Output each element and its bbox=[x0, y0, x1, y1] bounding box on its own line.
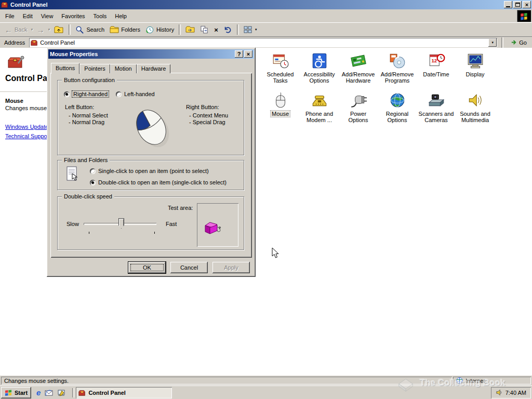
forward-button[interactable]: → bbox=[34, 23, 47, 36]
scheduled-tasks-icon bbox=[272, 52, 289, 70]
windows-update-link[interactable]: Windows Update bbox=[5, 124, 48, 130]
undo-button[interactable] bbox=[221, 23, 235, 36]
double-click-speed-group: Double-click speed Test area: Slow Fast bbox=[57, 196, 244, 250]
search-button[interactable]: Search bbox=[73, 23, 107, 36]
clock[interactable]: 7:40 AM bbox=[506, 390, 526, 396]
back-button[interactable]: ← Back bbox=[2, 23, 30, 36]
go-button[interactable]: Go bbox=[508, 37, 530, 48]
group-legend: Double-click speed bbox=[62, 193, 114, 200]
phone-modem-icon bbox=[311, 91, 328, 109]
sounds-multimedia-icon bbox=[467, 91, 484, 109]
show-desktop-icon[interactable] bbox=[57, 389, 65, 396]
dialog-tabs: Buttons Pointers Motion Hardware bbox=[51, 63, 170, 74]
item-accessibility-options[interactable]: Accessibility Options bbox=[300, 51, 339, 90]
window-titlebar[interactable]: Control Panel × bbox=[0, 0, 532, 9]
right-handed-radio[interactable]: Right-handed bbox=[64, 91, 109, 97]
group-legend: Files and Folders bbox=[62, 157, 110, 163]
move-to-button[interactable] bbox=[183, 23, 197, 36]
item-add-remove-programs[interactable]: Add/Remove Programs bbox=[378, 51, 417, 90]
apply-button[interactable]: Apply bbox=[212, 262, 250, 273]
volume-icon[interactable] bbox=[496, 389, 502, 396]
dialog-titlebar[interactable]: Mouse Properties ? × bbox=[48, 49, 254, 59]
views-icon bbox=[244, 26, 252, 33]
menu-edit[interactable]: Edit bbox=[19, 11, 37, 21]
jack-in-the-box-icon bbox=[203, 221, 222, 236]
views-button[interactable]: ▼ bbox=[241, 23, 261, 36]
radio-dot bbox=[90, 180, 96, 185]
mouse-cursor bbox=[272, 247, 279, 259]
windows-throbber-icon bbox=[517, 10, 531, 22]
single-click-radio[interactable]: Single-click to open an item (point to s… bbox=[90, 168, 209, 174]
mouse-icon bbox=[272, 91, 289, 109]
menu-help[interactable]: Help bbox=[111, 11, 131, 21]
delete-button[interactable]: × bbox=[211, 23, 221, 36]
ok-button[interactable]: OK bbox=[128, 262, 166, 273]
status-zone: Internet bbox=[453, 377, 531, 384]
address-dropdown[interactable]: ▼ bbox=[488, 38, 497, 47]
minimize-button[interactable] bbox=[504, 1, 512, 8]
copy-to-button[interactable] bbox=[197, 23, 211, 36]
taskbar-control-panel-button[interactable]: Control Panel bbox=[76, 387, 172, 398]
menu-favorites[interactable]: Favorites bbox=[57, 11, 89, 21]
control-panel-task-icon bbox=[78, 389, 86, 396]
item-add-remove-hardware[interactable]: Add/Remove Hardware bbox=[339, 51, 378, 90]
test-area-label: Test area: bbox=[168, 205, 193, 211]
up-button[interactable] bbox=[51, 23, 66, 36]
back-dropdown[interactable]: ▼ bbox=[30, 27, 34, 32]
tab-pointers[interactable]: Pointers bbox=[79, 64, 110, 73]
item-phone-and-modem[interactable]: Phone and Modem ... bbox=[300, 90, 339, 130]
fast-label: Fast bbox=[166, 221, 177, 227]
item-scanners-and-cameras[interactable]: Scanners and Cameras bbox=[417, 90, 456, 130]
go-arrow-icon bbox=[511, 39, 517, 46]
radio-dot bbox=[116, 91, 122, 97]
technical-support-link[interactable]: Technical Support bbox=[5, 133, 50, 139]
dialog-close-button[interactable]: × bbox=[244, 50, 252, 58]
left-button-label: Left Button: bbox=[65, 104, 94, 110]
forward-icon: → bbox=[36, 26, 44, 34]
display-icon bbox=[467, 52, 484, 70]
tab-motion[interactable]: Motion bbox=[110, 64, 137, 73]
history-button[interactable]: History bbox=[143, 23, 177, 36]
menu-view[interactable]: View bbox=[37, 11, 58, 21]
forward-dropdown[interactable]: ▼ bbox=[47, 27, 51, 32]
add-remove-hardware-icon bbox=[350, 52, 367, 70]
folders-icon bbox=[110, 25, 119, 34]
item-date-time[interactable]: 12 Date/Time bbox=[417, 51, 456, 90]
back-icon: ← bbox=[5, 26, 12, 34]
test-area-box[interactable] bbox=[197, 203, 238, 247]
tab-buttons[interactable]: Buttons bbox=[51, 63, 79, 74]
item-scheduled-tasks[interactable]: Scheduled Tasks bbox=[261, 51, 300, 90]
item-display[interactable]: Display bbox=[456, 51, 495, 90]
menu-file[interactable]: File bbox=[1, 11, 19, 21]
left-handed-radio[interactable]: Left-handed bbox=[116, 91, 155, 97]
dialog-help-button[interactable]: ? bbox=[235, 50, 243, 58]
delete-icon: × bbox=[214, 26, 218, 33]
item-regional-options[interactable]: Regional Options bbox=[378, 90, 417, 130]
toolbar: ← Back ▼ → ▼ Search Folders bbox=[0, 22, 532, 36]
mouse-properties-dialog: Mouse Properties ? × Buttons Pointers Mo… bbox=[47, 48, 256, 277]
start-button[interactable]: Start bbox=[1, 387, 31, 398]
tab-hardware[interactable]: Hardware bbox=[137, 64, 171, 73]
quick-launch: e bbox=[31, 388, 71, 397]
cancel-button[interactable]: Cancel bbox=[170, 262, 208, 273]
maximize-button[interactable] bbox=[513, 1, 522, 8]
add-remove-programs-icon bbox=[389, 52, 406, 70]
folders-button[interactable]: Folders bbox=[107, 23, 143, 36]
left-button-item: - Normal Select bbox=[69, 112, 108, 118]
double-click-radio[interactable]: Double-click to open an item (single-cli… bbox=[90, 179, 227, 185]
status-bar: Changes mouse settings. Internet bbox=[0, 376, 532, 385]
slider-thumb[interactable] bbox=[118, 218, 124, 229]
item-mouse[interactable]: Mouse bbox=[261, 90, 300, 130]
item-power-options[interactable]: Power Options bbox=[339, 90, 378, 130]
close-button[interactable]: × bbox=[523, 1, 531, 8]
copy-to-icon bbox=[200, 25, 209, 34]
address-combo[interactable]: Control Panel ▼ bbox=[29, 38, 497, 47]
regional-options-icon bbox=[389, 91, 406, 109]
window-title: Control Panel bbox=[10, 2, 48, 8]
menu-tools[interactable]: Tools bbox=[89, 11, 111, 21]
internet-explorer-icon[interactable]: e bbox=[36, 388, 41, 397]
item-sounds-and-multimedia[interactable]: Sounds and Multimedia bbox=[456, 90, 495, 130]
slider-tick bbox=[154, 232, 155, 234]
outlook-express-icon[interactable] bbox=[45, 389, 53, 396]
address-value: Control Panel bbox=[40, 39, 75, 46]
